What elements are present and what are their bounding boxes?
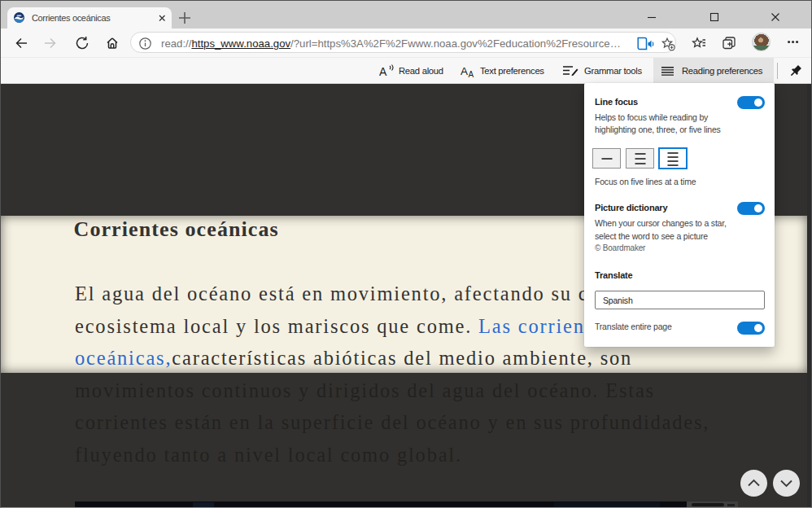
svg-text:A: A bbox=[469, 70, 474, 78]
svg-text:A: A bbox=[461, 65, 468, 77]
svg-text:A: A bbox=[379, 65, 387, 78]
